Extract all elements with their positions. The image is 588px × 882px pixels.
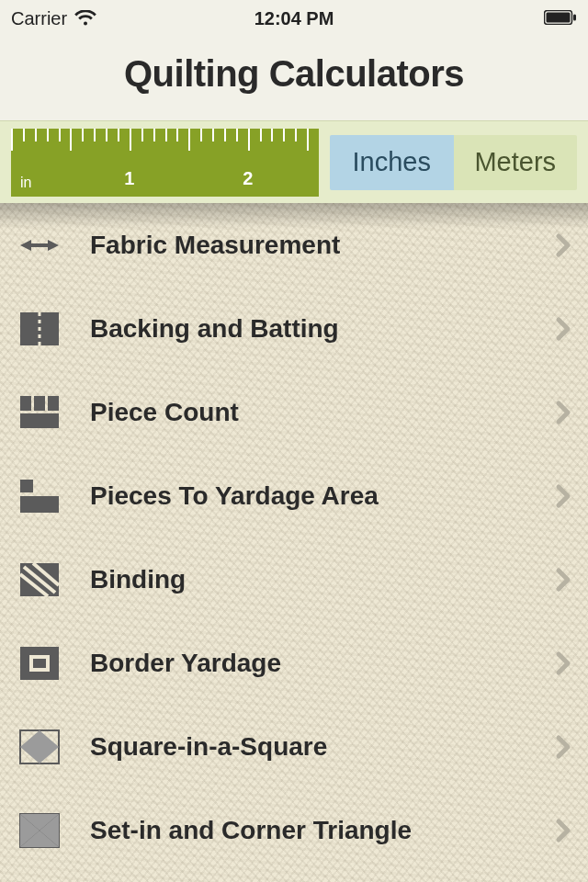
- menu-item-label: Backing and Batting: [90, 314, 555, 344]
- piececount-icon: [17, 390, 62, 435]
- ruler-tick: [212, 129, 214, 141]
- clock: 12:04 PM: [254, 8, 334, 29]
- ruler-tick: [23, 129, 25, 141]
- ruler-tick: [82, 129, 84, 141]
- page-title: Quilting Calculators: [0, 53, 588, 95]
- ruler-tick: [118, 129, 119, 141]
- unit-segmented-control[interactable]: Inches Meters: [330, 135, 577, 190]
- chevron-right-icon: [555, 818, 571, 843]
- ruler-tick: [141, 129, 143, 141]
- menu-item-label: Set-in and Corner Triangle: [90, 816, 555, 845]
- svg-rect-2: [573, 14, 576, 20]
- ruler-tick: [248, 129, 250, 151]
- border-icon: [17, 641, 62, 685]
- menu-item[interactable]: Border Yardage: [0, 621, 588, 705]
- chevron-right-icon: [555, 400, 571, 425]
- ruler-number: 2: [243, 168, 253, 189]
- ruler: in 12: [11, 129, 319, 197]
- ruler-tick: [47, 129, 49, 141]
- ruler-tick: [295, 129, 297, 141]
- chevron-right-icon: [555, 734, 571, 760]
- status-bar: Carrier 12:04 PM: [0, 0, 588, 37]
- ruler-tick: [307, 129, 309, 151]
- chevron-right-icon: [555, 232, 571, 258]
- ruler-tick: [176, 129, 178, 141]
- menu-item-label: Fabric Measurement: [90, 231, 555, 260]
- ruler-tick: [188, 129, 190, 151]
- ruler-tick: [35, 129, 37, 141]
- ruler-tick: [165, 129, 167, 141]
- ruler-tick: [260, 129, 262, 141]
- ruler-tick: [106, 129, 107, 141]
- menu-item-label: Piece Count: [90, 398, 555, 427]
- menu-item[interactable]: Pieces To Yardage Area: [0, 454, 588, 537]
- chevron-right-icon: [555, 483, 571, 509]
- ruler-tick: [283, 129, 285, 141]
- chevron-right-icon: [555, 650, 571, 676]
- ruler-tick: [70, 129, 72, 151]
- ruler-tick: [224, 129, 226, 141]
- svg-rect-1: [547, 12, 571, 22]
- yardage-icon: [17, 474, 62, 518]
- chevron-right-icon: [555, 567, 571, 593]
- title-bar: Quilting Calculators: [0, 37, 588, 120]
- chevron-right-icon: [555, 316, 571, 342]
- menu-item-label: Binding: [90, 565, 555, 594]
- battery-icon: [544, 10, 577, 25]
- menu-item-label: Pieces To Yardage Area: [90, 481, 555, 511]
- backing-icon: [17, 307, 62, 351]
- unit-inches-button[interactable]: Inches: [330, 135, 454, 190]
- unit-meters-button[interactable]: Meters: [454, 135, 578, 190]
- menu-item[interactable]: Fabric Measurement: [0, 203, 588, 287]
- menu-item-label: Border Yardage: [90, 649, 555, 678]
- ruler-tick: [271, 129, 273, 141]
- ruler-tick: [200, 129, 202, 141]
- ruler-tick: [94, 129, 96, 141]
- ruler-number: 1: [124, 168, 134, 189]
- sqinsq-icon: [17, 725, 62, 769]
- menu-item[interactable]: Piece Count: [0, 370, 588, 454]
- calculator-list[interactable]: Fabric MeasurementBacking and BattingPie…: [0, 203, 588, 882]
- menu-item[interactable]: Backing and Batting: [0, 287, 588, 370]
- menu-item-label: Square-in-a-Square: [90, 732, 555, 762]
- ruler-tick: [153, 129, 155, 141]
- binding-icon: [17, 558, 62, 602]
- ruler-tick: [130, 129, 131, 151]
- carrier-label: Carrier: [11, 8, 67, 29]
- ruler-tick: [236, 129, 238, 141]
- unit-controls: in 12 Inches Meters: [0, 120, 588, 203]
- corner-icon: [17, 808, 62, 853]
- ruler-tick: [11, 129, 13, 151]
- menu-item[interactable]: Binding: [0, 537, 588, 621]
- wifi-icon: [74, 10, 96, 27]
- measure-icon: [17, 223, 62, 267]
- ruler-unit-label: in: [20, 175, 31, 191]
- menu-item[interactable]: Set-in and Corner Triangle: [0, 788, 588, 872]
- ruler-tick: [59, 129, 61, 141]
- menu-item[interactable]: Square-in-a-Square: [0, 705, 588, 788]
